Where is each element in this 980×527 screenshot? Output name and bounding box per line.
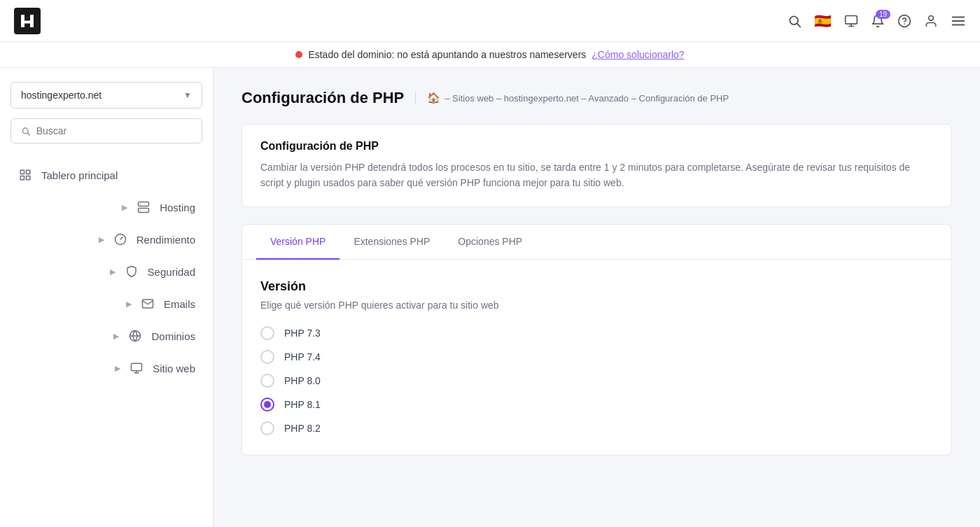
tabs-header: Versión PHP Extensiones PHP Opciones PHP [242, 225, 951, 260]
page-header: Configuración de PHP 🏠 – Sitios web – ho… [241, 89, 952, 107]
radio-circle-php80 [260, 374, 274, 388]
radio-circle-php74 [260, 350, 274, 364]
svg-rect-24 [132, 363, 142, 371]
domain-selector[interactable]: hostingexperto.net ▼ [10, 82, 202, 108]
svg-point-8 [929, 15, 934, 20]
sidebar-label-emails: Emails [164, 298, 195, 310]
help-button[interactable] [897, 14, 911, 28]
radio-php82[interactable]: PHP 8.2 [260, 421, 933, 435]
shield-icon [124, 264, 139, 279]
dominios-chevron: ▶ [113, 332, 119, 341]
svg-rect-16 [27, 176, 30, 180]
nav-right: 🇪🇸 19 [788, 13, 966, 29]
menu-button[interactable] [951, 13, 966, 29]
radio-label-php73: PHP 7.3 [284, 328, 321, 339]
notification-badge: 19 [876, 10, 890, 19]
radio-label-php82: PHP 8.2 [284, 423, 321, 434]
radio-php80[interactable]: PHP 8.0 [260, 374, 933, 388]
sidebar-item-tablero[interactable]: Tablero principal [10, 159, 202, 191]
alert-dot [295, 51, 302, 58]
breadcrumb-text: – Sitios web – hostingexperto.net – Avan… [444, 93, 729, 104]
sidebar-item-hosting[interactable]: ▶ Hosting [10, 191, 202, 223]
svg-rect-15 [27, 170, 30, 174]
radio-circle-php82 [260, 421, 274, 435]
info-card-title: Configuración de PHP [260, 140, 933, 153]
version-description: Elige qué versión PHP quieres activar pa… [260, 300, 933, 311]
gauge-icon [113, 232, 128, 247]
version-title: Versión [260, 279, 933, 294]
sidebar-item-rendimiento[interactable]: ▶ Rendimiento [10, 223, 202, 255]
sidebar-item-seguridad[interactable]: ▶ Seguridad [10, 255, 202, 288]
tab-opciones-php[interactable]: Opciones PHP [444, 225, 536, 260]
sidebar: hostingexperto.net ▼ Tablero principal [0, 68, 214, 527]
logo [14, 8, 41, 34]
alert-message: Estado del dominio: no está apuntando a … [308, 49, 586, 60]
sidebar-label-tablero: Tablero principal [41, 169, 118, 181]
server-icon [136, 199, 151, 215]
radio-circle-php73 [260, 326, 274, 340]
radio-php81[interactable]: PHP 8.1 [260, 398, 933, 412]
svg-rect-17 [20, 176, 24, 180]
svg-line-13 [27, 133, 29, 135]
main-layout: hostingexperto.net ▼ Tablero principal [0, 68, 980, 527]
info-card: Configuración de PHP Cambiar la versión … [241, 124, 952, 207]
sidebar-label-rendimiento: Rendimiento [136, 234, 195, 246]
search-button[interactable] [788, 14, 802, 28]
radio-php74[interactable]: PHP 7.4 [260, 350, 933, 364]
radio-php73[interactable]: PHP 7.3 [260, 326, 933, 340]
rendimiento-chevron: ▶ [99, 235, 104, 244]
search-icon [21, 126, 31, 136]
alert-link[interactable]: ¿Cómo solucionarlo? [592, 49, 684, 60]
svg-rect-14 [20, 170, 24, 174]
alert-banner: Estado del dominio: no está apuntando a … [0, 42, 980, 68]
page-title: Configuración de PHP [241, 89, 404, 107]
sidebar-label-sitioweb: Sitio web [153, 363, 195, 374]
mail-icon [140, 296, 155, 311]
sidebar-label-dominios: Dominios [151, 330, 195, 342]
home-icon: 🏠 [427, 92, 440, 104]
notifications-button[interactable]: 19 [871, 14, 885, 28]
user-button[interactable] [924, 14, 938, 28]
nav-list: Tablero principal ▶ Hosting ▶ [10, 159, 202, 384]
radio-label-php74: PHP 7.4 [284, 351, 321, 363]
sidebar-label-seguridad: Seguridad [148, 266, 195, 278]
radio-circle-php81 [260, 398, 274, 412]
svg-rect-3 [846, 15, 858, 24]
radio-label-php81: PHP 8.1 [284, 399, 321, 410]
main-content: Configuración de PHP 🏠 – Sitios web – ho… [214, 68, 980, 527]
sidebar-item-dominios[interactable]: ▶ Dominios [10, 320, 202, 352]
domain-value: hostingexperto.net [21, 90, 102, 101]
hosting-chevron: ▶ [122, 203, 127, 212]
svg-line-2 [797, 23, 801, 27]
sitioweb-chevron: ▶ [115, 364, 120, 373]
tabs-button[interactable] [844, 14, 858, 28]
sidebar-item-emails[interactable]: ▶ Emails [10, 288, 202, 320]
brand-logo [14, 8, 41, 34]
globe-icon [127, 328, 143, 344]
search-input[interactable] [36, 125, 192, 136]
info-card-description: Cambiar la versión PHP detendrá todos lo… [260, 160, 933, 191]
tab-version-php[interactable]: Versión PHP [256, 225, 340, 260]
monitor-icon [129, 360, 144, 376]
emails-chevron: ▶ [126, 300, 132, 309]
language-flag[interactable]: 🇪🇸 [814, 13, 832, 29]
tab-content-version: Versión Elige qué versión PHP quieres ac… [242, 260, 951, 455]
search-box [10, 118, 202, 143]
php-version-list: PHP 7.3 PHP 7.4 PHP 8.0 PH [260, 326, 933, 435]
tabs-panel: Versión PHP Extensiones PHP Opciones PHP… [241, 224, 952, 456]
top-nav: 🇪🇸 19 [0, 0, 980, 42]
grid-icon [18, 167, 33, 183]
radio-label-php80: PHP 8.0 [284, 375, 321, 386]
sidebar-label-hosting: Hosting [160, 202, 195, 213]
tab-extensiones-php[interactable]: Extensiones PHP [340, 225, 444, 260]
domain-chevron: ▼ [183, 90, 192, 100]
sidebar-item-sitio-web[interactable]: ▶ Sitio web [10, 352, 202, 384]
breadcrumb: 🏠 – Sitios web – hostingexperto.net – Av… [415, 92, 729, 104]
seguridad-chevron: ▶ [110, 267, 115, 276]
